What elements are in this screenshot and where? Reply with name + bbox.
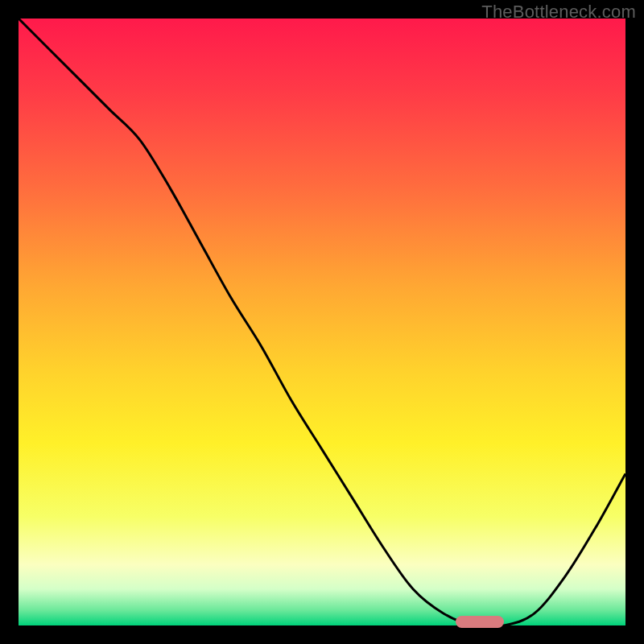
optimal-range-marker <box>456 616 504 628</box>
plot-frame <box>19 19 625 625</box>
bottleneck-chart <box>19 19 625 625</box>
watermark-text: TheBottleneck.com <box>481 2 636 23</box>
